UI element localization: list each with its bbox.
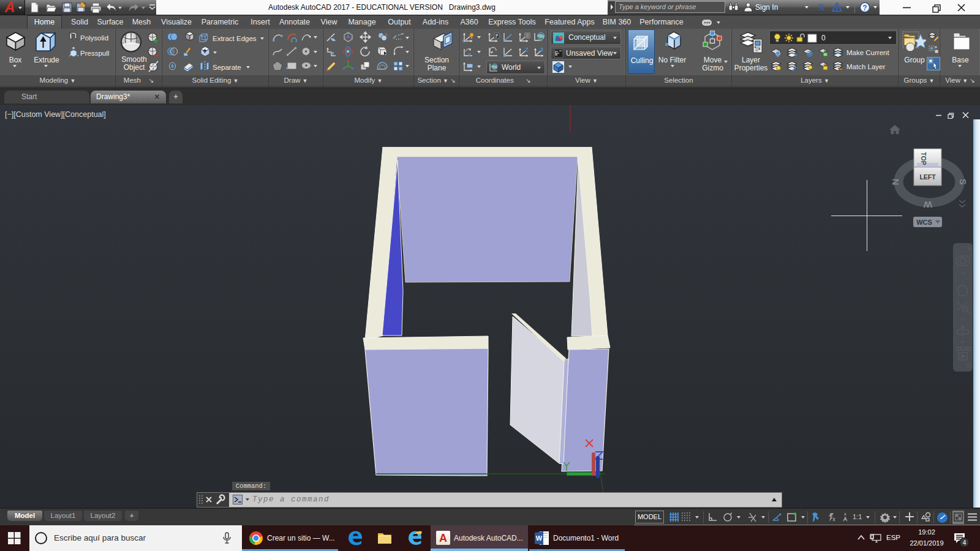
svg-text:WCS: WCS: [916, 219, 932, 226]
svg-text:A: A: [439, 532, 447, 544]
svg-text:LEFT: LEFT: [919, 173, 936, 181]
svg-text:W: W: [923, 200, 932, 210]
svg-text:4: 4: [963, 539, 967, 546]
svg-text:X: X: [818, 2, 825, 12]
svg-text:x: x: [468, 51, 471, 58]
svg-text:A: A: [4, 0, 15, 15]
svg-text:3: 3: [540, 47, 543, 53]
svg-text:W: W: [536, 534, 543, 542]
svg-text:N: N: [890, 179, 900, 186]
svg-text:TOP: TOP: [920, 152, 927, 165]
svg-text:?: ?: [862, 4, 867, 12]
svg-text:S: S: [958, 179, 968, 185]
svg-text:Z: Z: [525, 47, 529, 53]
